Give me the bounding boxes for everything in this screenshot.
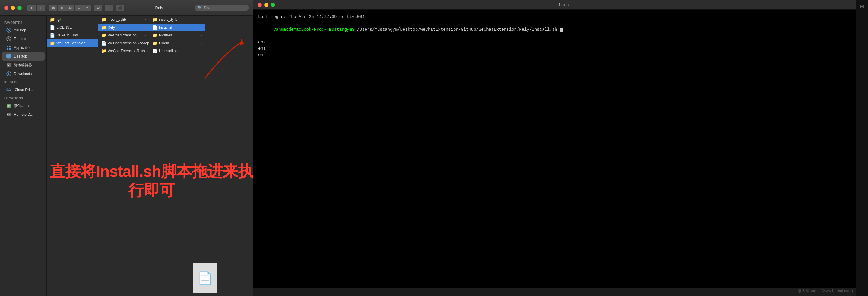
gallery-view-button[interactable]: ⊡ (75, 4, 83, 11)
file-item-insert-dylib[interactable]: 📁 insert_dylib › (98, 16, 149, 24)
sidebar: Favorites AirDrop Recents Applicatio... (0, 16, 47, 296)
remote-d-icon (6, 112, 11, 117)
file-name: Uninstall.sh (159, 49, 178, 53)
chevron-right-icon: › (147, 50, 148, 53)
right-panel-icon-1[interactable]: ⊞ (860, 3, 864, 10)
file-item-xcodeproj[interactable]: 📄 WeChatExtension.xcodeproj (98, 39, 149, 47)
script-editor-icon (6, 62, 11, 68)
downloads-icon (6, 71, 11, 76)
terminal-content[interactable]: Last login: Thu Apr 25 14:27:39 on ttys0… (253, 10, 856, 288)
terminal-last-login-line: Last login: Thu Apr 25 14:27:39 on ttys0… (258, 14, 851, 20)
svg-rect-9 (7, 58, 10, 59)
terminal-close-button[interactable] (257, 3, 262, 7)
file-name: WeChatExtensionTests (108, 49, 145, 53)
icloud-drive-label: iCloud Dri... (14, 88, 33, 92)
sidebar-item-downloads[interactable]: Downloads (2, 70, 44, 78)
columns-area: 📁 .git › 📄 LICENSE 📄 README.md 📁 WeChatE… (47, 16, 253, 296)
file-item-install-sh[interactable]: 📄 Install.sh (149, 24, 205, 31)
sidebar-item-icloud-drive[interactable]: iCloud Dri... (2, 86, 44, 94)
chevron-right-icon: › (145, 18, 146, 22)
file-item-plugin[interactable]: 📁 Plugin › (149, 39, 205, 47)
file-item-rely[interactable]: 📁 Rely › (98, 24, 149, 31)
sidebar-item-script-editor[interactable]: 脚本编辑器 (2, 61, 44, 69)
svg-rect-13 (7, 113, 11, 116)
search-box[interactable]: 🔍 Search (194, 5, 249, 11)
recents-label: Recents (14, 37, 27, 41)
finder-titlebar: ‹ › ⊞ ≡ ⊟ ⊡ ▾ ⚙ ↑ ⬛ Rely 🔍 Search (0, 0, 253, 16)
file-item-license[interactable]: 📄 LICENSE (47, 24, 98, 31)
terminal-output-2: ens (258, 45, 851, 52)
sidebar-item-desktop[interactable]: Desktop (2, 52, 44, 61)
file-item-readme[interactable]: 📄 README.md (47, 31, 98, 39)
view-options-button[interactable]: ▾ (83, 4, 91, 11)
column-view-button[interactable]: ⊟ (66, 4, 74, 11)
close-button[interactable] (4, 6, 8, 10)
chevron-right-icon: › (201, 18, 202, 22)
file-item-wechat-tests[interactable]: 📁 WeChatExtensionTests › (98, 47, 149, 55)
terminal-title: 1. bash (277, 3, 852, 7)
traffic-lights (4, 6, 22, 10)
svg-rect-10 (7, 63, 11, 67)
file-item-wechat-ext-2[interactable]: 📁 WeChatExtension › (98, 31, 149, 39)
file-item-pictures[interactable]: 📁 Pictures › (149, 31, 205, 39)
file-name: Install.sh (159, 25, 173, 30)
sidebar-item-remote-d[interactable]: Remote D... (2, 110, 44, 119)
file-name: Pictures (159, 33, 172, 37)
folder-icon: 📁 (101, 17, 106, 22)
svg-point-0 (7, 28, 11, 32)
right-panel: ⊞ ≡ (856, 0, 868, 296)
applications-label: Applicatio... (14, 45, 33, 50)
minimize-button[interactable] (11, 6, 15, 10)
nav-buttons: ‹ › (27, 4, 45, 11)
folder-icon: 📁 (152, 41, 157, 45)
folder-icon: 📁 (152, 33, 157, 38)
file-item-insert-dylib-3[interactable]: 📁 insert_dylib › (149, 16, 205, 24)
sidebar-item-applications[interactable]: Applicatio... (2, 43, 44, 52)
shell-icon: 📄 (152, 48, 157, 53)
finder-empty-area (205, 16, 253, 296)
chevron-right-icon: › (145, 34, 146, 37)
tag-button[interactable]: ⬛ (116, 4, 124, 11)
eject-icon[interactable]: ▲ (27, 104, 30, 108)
file-name: .git (56, 18, 61, 22)
action-button[interactable]: ⚙ (94, 4, 102, 11)
forward-button[interactable]: › (37, 4, 45, 11)
file-name: README.md (56, 33, 78, 37)
sidebar-item-wechat[interactable]: 微信... ▲ (2, 102, 44, 110)
back-button[interactable]: ‹ (27, 4, 36, 11)
folder-icon: 📁 (101, 25, 106, 30)
terminal-output-3: ens (258, 52, 851, 58)
terminal-maximize-button[interactable] (271, 3, 275, 7)
chevron-right-icon: › (94, 42, 95, 45)
list-view-button[interactable]: ≡ (58, 4, 66, 11)
svg-rect-3 (7, 45, 8, 47)
desktop-label: Desktop (14, 54, 27, 59)
file-item-wechat-ext[interactable]: 📁 WeChatExtension › (47, 39, 98, 47)
sidebar-item-airdrop[interactable]: AirDrop (2, 26, 44, 34)
svg-rect-5 (7, 48, 8, 50)
maximize-button[interactable] (18, 6, 22, 10)
file-name: Plugin (159, 41, 169, 45)
svg-rect-8 (8, 58, 10, 58)
file-name: insert_dylib (159, 18, 177, 22)
locations-label: Locations (0, 94, 46, 101)
chevron-right-icon: › (145, 26, 146, 29)
chevron-right-icon: › (94, 18, 95, 22)
finder-title: Rely (127, 5, 191, 10)
finder-window: ‹ › ⊞ ≡ ⊟ ⊡ ▾ ⚙ ↑ ⬛ Rely 🔍 Search Favori… (0, 0, 253, 296)
downloads-label: Downloads (14, 72, 32, 76)
file-item-uninstall-sh[interactable]: 📄 Uninstall.sh (149, 47, 205, 55)
folder-icon: 📁 (50, 41, 55, 45)
file-item-git[interactable]: 📁 .git › (47, 16, 98, 24)
icon-view-button[interactable]: ⊞ (50, 4, 57, 11)
airdrop-label: AirDrop (14, 28, 26, 32)
sidebar-item-recents[interactable]: Recents (2, 35, 44, 43)
terminal-minimize-button[interactable] (264, 3, 269, 7)
svg-rect-14 (7, 113, 8, 114)
file-name: Rely (108, 25, 115, 30)
share-button[interactable]: ↑ (105, 4, 113, 11)
svg-rect-7 (6, 54, 11, 58)
file-column-2: 📁 insert_dylib › 📁 Rely › 📁 WeChatExtens… (98, 16, 149, 296)
terminal-cursor (560, 28, 563, 32)
right-panel-icon-2[interactable]: ≡ (861, 12, 864, 19)
